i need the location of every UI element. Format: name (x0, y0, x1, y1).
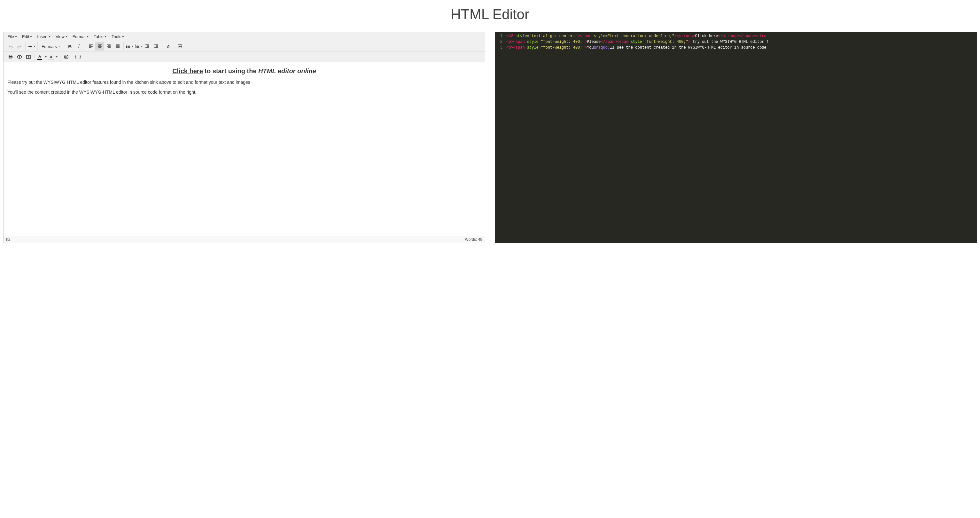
svg-point-2 (126, 47, 127, 48)
chevron-down-icon (15, 36, 17, 37)
toolbar-row-2: A A {;} (3, 52, 485, 62)
chevron-down-icon (131, 46, 133, 47)
background-color-button[interactable]: A (48, 53, 59, 61)
wysiwyg-editor: File Edit Insert View Format Table Tools… (3, 32, 485, 243)
numbered-list-button[interactable]: 123 (134, 42, 143, 51)
svg-point-15 (67, 56, 67, 57)
italic-button[interactable]: I (75, 42, 83, 51)
menu-label: Tools (111, 34, 121, 39)
undo-button[interactable] (6, 42, 15, 51)
menu-insert[interactable]: Insert (35, 33, 53, 40)
outdent-button[interactable] (143, 42, 152, 51)
menu-label: Format (73, 34, 86, 39)
indent-button[interactable] (152, 42, 161, 51)
redo-button[interactable] (15, 42, 24, 51)
svg-text:3: 3 (135, 47, 136, 49)
svg-text:2: 2 (135, 45, 136, 47)
menu-view[interactable]: View (53, 33, 70, 40)
formats-label: Formats (41, 44, 57, 49)
chevron-down-icon (140, 46, 142, 47)
chevron-down-icon (105, 36, 107, 37)
source-code-view[interactable]: 1<h2 style="text-align: center;"><span s… (495, 32, 977, 243)
svg-rect-8 (9, 55, 12, 56)
heading-link-text: Click here (172, 67, 203, 75)
menu-tools[interactable]: Tools (109, 33, 127, 40)
svg-rect-9 (9, 56, 13, 58)
link-button[interactable] (164, 42, 173, 51)
line-number: 3 (497, 45, 503, 51)
svg-point-0 (126, 45, 127, 45)
menu-table[interactable]: Table (91, 33, 109, 40)
align-justify-button[interactable] (113, 42, 122, 51)
text-color-button[interactable]: A (36, 53, 48, 61)
line-number: 1 (497, 33, 503, 39)
svg-rect-6 (178, 45, 182, 48)
bold-button[interactable]: B (65, 42, 75, 51)
align-center-button[interactable] (95, 42, 104, 51)
align-right-button[interactable] (104, 42, 113, 51)
menubar: File Edit Insert View Format Table Tools (3, 32, 485, 41)
svg-point-7 (179, 46, 180, 46)
menu-edit[interactable]: Edit (19, 33, 35, 40)
svg-text:1: 1 (135, 44, 136, 46)
code-line: 3<p><span style="font-weight: 400;">You&… (495, 45, 977, 51)
chevron-down-icon (33, 46, 35, 47)
insert-button[interactable] (27, 42, 36, 51)
print-button[interactable] (6, 53, 15, 61)
word-count: Words: 48 (465, 237, 482, 242)
content-paragraph-1: Please try out the WYSIWYG HTML editor f… (7, 79, 481, 86)
toolbar-row-1: Formats B I 123 (3, 41, 485, 52)
menu-label: View (56, 34, 65, 39)
heading-middle-text: to start using the (203, 67, 258, 75)
chevron-down-icon (30, 36, 32, 37)
code-content: <h2 style="text-align: center;"><span st… (506, 33, 767, 39)
chevron-down-icon (87, 36, 89, 37)
chevron-down-icon (122, 36, 124, 37)
line-number: 2 (497, 39, 503, 45)
menu-label: File (7, 34, 14, 39)
code-content: <p><span style="font-weight: 400;">Pleas… (506, 39, 769, 45)
content-paragraph-2: You'll see the content created in the WY… (7, 89, 481, 96)
menu-label: Insert (37, 34, 48, 39)
bullet-list-button[interactable] (125, 42, 134, 51)
menu-format[interactable]: Format (70, 33, 91, 40)
svg-point-1 (126, 46, 127, 47)
media-button[interactable] (24, 53, 33, 61)
svg-point-14 (65, 56, 66, 57)
chevron-down-icon (65, 36, 67, 37)
chevron-down-icon (49, 36, 51, 37)
editor-content[interactable]: Click here to start using the HTML edito… (3, 62, 485, 236)
svg-rect-10 (9, 57, 12, 59)
svg-point-11 (19, 56, 20, 57)
menu-label: Edit (22, 34, 29, 39)
code-sample-button[interactable]: {;} (73, 53, 83, 61)
svg-rect-12 (27, 55, 30, 59)
svg-point-13 (64, 55, 68, 59)
code-content: <p><span style="font-weight: 400;">You&r… (506, 45, 767, 51)
menu-label: Table (94, 34, 103, 39)
heading-em-text: HTML editor online (258, 67, 316, 75)
preview-button[interactable] (15, 53, 24, 61)
menu-file[interactable]: File (5, 33, 19, 40)
align-left-button[interactable] (86, 42, 95, 51)
code-line: 1<h2 style="text-align: center;"><span s… (495, 33, 977, 39)
statusbar: h2 Words: 48 (3, 236, 485, 243)
chevron-down-icon (56, 56, 57, 57)
formats-dropdown[interactable]: Formats (39, 42, 63, 51)
element-path[interactable]: h2 (6, 237, 10, 242)
chevron-down-icon (58, 46, 60, 47)
code-line: 2<p><span style="font-weight: 400;">Plea… (495, 39, 977, 45)
emoji-button[interactable] (62, 53, 71, 61)
image-button[interactable] (175, 42, 185, 51)
content-heading: Click here to start using the HTML edito… (7, 66, 481, 76)
chevron-down-icon (45, 56, 47, 57)
page-title: HTML Editor (0, 0, 980, 32)
